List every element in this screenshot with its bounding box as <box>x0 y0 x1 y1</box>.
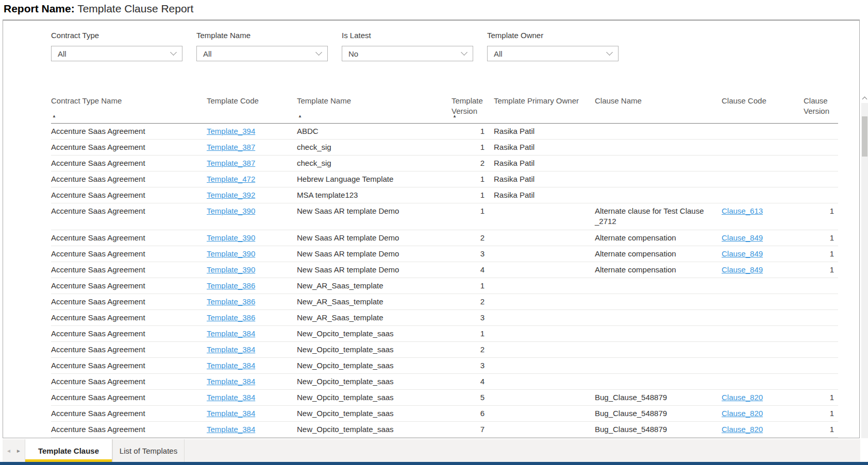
table-row: Accenture Saas AgreementTemplate_390New … <box>51 230 838 246</box>
table-row: Accenture Saas AgreementTemplate_384New_… <box>51 390 838 406</box>
table-cell: New_Opcito_template_saas <box>297 406 452 421</box>
template-code-link[interactable]: Template_386 <box>207 297 255 306</box>
chevron-down-icon <box>315 49 322 56</box>
table-cell <box>799 342 838 357</box>
table-cell: Accenture Saas Agreement <box>51 230 207 246</box>
table-cell: 1 <box>452 187 488 203</box>
table-cell <box>591 140 717 155</box>
clause-code-link[interactable]: Clause_613 <box>722 206 763 215</box>
bottom-accent-bar <box>0 462 868 465</box>
table-cell <box>591 294 717 309</box>
template-code-link[interactable]: Template_390 <box>207 249 255 258</box>
template-code-link[interactable]: Template_384 <box>207 425 255 434</box>
clause-code-link[interactable]: Clause_849 <box>722 233 763 242</box>
template-code-link[interactable]: Template_384 <box>207 409 255 418</box>
template-name-dropdown[interactable]: All <box>196 46 328 61</box>
table-row: Accenture Saas AgreementTemplate_392MSA … <box>51 187 838 203</box>
sort-ascending-icon: ▲ <box>453 111 457 122</box>
column-header-template-name[interactable]: Template Name ▲ <box>297 94 452 123</box>
column-header-clause-name[interactable]: Clause Name <box>591 94 717 123</box>
scrollbar-track[interactable] <box>861 103 868 438</box>
is-latest-dropdown[interactable]: No <box>342 46 473 61</box>
template-code-link[interactable]: Template_392 <box>207 191 255 199</box>
template-code-link[interactable]: Template_384 <box>207 345 255 354</box>
scrollbar-thumb[interactable] <box>862 116 867 157</box>
clause-code-link[interactable]: Clause_849 <box>722 265 763 274</box>
template-code-link[interactable]: Template_390 <box>207 233 255 242</box>
column-header-template-version[interactable]: Template Version ▲ <box>452 94 488 123</box>
column-header-label: Template Name <box>297 96 351 105</box>
table-row: Accenture Saas AgreementTemplate_390New … <box>51 246 838 262</box>
table-cell: New Saas AR template Demo <box>297 246 452 262</box>
template-code-link[interactable]: Template_384 <box>207 329 255 338</box>
template-code-link[interactable]: Template_384 <box>207 377 255 386</box>
table-cell: Accenture Saas Agreement <box>51 390 207 405</box>
table-cell: 3 <box>452 358 488 373</box>
table-cell <box>488 246 591 262</box>
table-cell: Accenture Saas Agreement <box>51 406 207 421</box>
table-cell <box>717 187 799 203</box>
template-code-link[interactable]: Template_390 <box>207 206 255 215</box>
next-tab-icon[interactable]: ► <box>16 448 21 454</box>
table-row: Accenture Saas AgreementTemplate_394ABDC… <box>51 124 838 140</box>
clause-code-link[interactable]: Clause_820 <box>722 393 763 402</box>
vertical-scrollbar[interactable] <box>861 93 868 438</box>
clause-code-link[interactable]: Clause_820 <box>722 409 763 418</box>
sort-ascending-icon: ▲ <box>52 111 56 122</box>
table-cell <box>717 342 799 357</box>
table-row: Accenture Saas AgreementTemplate_386New_… <box>51 310 838 326</box>
table-cell: Template_387 <box>207 140 297 155</box>
table-cell: Rasika Patil <box>488 156 591 171</box>
template-code-link[interactable]: Template_394 <box>207 127 255 135</box>
dropdown-value: All <box>203 49 212 58</box>
contract-type-dropdown[interactable]: All <box>51 46 182 61</box>
tab-list-of-templates[interactable]: List of Templates <box>112 439 185 462</box>
table-cell <box>717 156 799 171</box>
template-code-link[interactable]: Template_390 <box>207 265 255 274</box>
table-cell: Alternate compensation <box>591 246 717 262</box>
template-code-link[interactable]: Template_384 <box>207 393 255 402</box>
template-owner-dropdown[interactable]: All <box>487 46 619 61</box>
table-cell: 1 <box>452 278 488 294</box>
table-cell: 2 <box>452 294 488 309</box>
table-cell: Clause_849 <box>717 246 799 262</box>
column-header-contract-type-name[interactable]: Contract Type Name ▲ <box>51 94 207 123</box>
scroll-up-icon[interactable] <box>861 93 868 103</box>
table-cell <box>717 358 799 373</box>
template-code-link[interactable]: Template_386 <box>207 281 255 290</box>
clause-code-link[interactable]: Clause_820 <box>722 425 763 434</box>
table-cell: Rasika Patil <box>488 140 591 155</box>
dropdown-value: No <box>348 49 358 58</box>
table-cell: Accenture Saas Agreement <box>51 326 207 341</box>
table-cell: Accenture Saas Agreement <box>51 203 207 230</box>
table-cell: New_AR_Saas_template <box>297 278 452 294</box>
table-cell: Template_384 <box>207 374 297 389</box>
table-cell: Accenture Saas Agreement <box>51 278 207 294</box>
table-cell: Hebrew Language Template <box>297 171 452 187</box>
table-cell: New_Opcito_template_saas <box>297 358 452 373</box>
table-cell: ABDC <box>297 124 452 139</box>
table-cell <box>488 294 591 309</box>
table-cell: Accenture Saas Agreement <box>51 171 207 187</box>
template-code-link[interactable]: Template_384 <box>207 361 255 370</box>
table-cell: 1 <box>799 203 838 230</box>
filter-is-latest: Is Latest No <box>342 31 473 61</box>
table-cell: Accenture Saas Agreement <box>51 246 207 262</box>
template-code-link[interactable]: Template_387 <box>207 159 255 167</box>
table-cell: Template_394 <box>207 124 297 139</box>
column-header-clause-version[interactable]: Clause Version <box>799 94 838 123</box>
column-header-template-primary-owner[interactable]: Template Primary Owner <box>488 94 591 123</box>
column-header-template-code[interactable]: Template Code <box>207 94 297 123</box>
report-canvas: Contract Type All Template Name All Is L… <box>3 20 860 438</box>
column-header-clause-code[interactable]: Clause Code <box>717 94 799 123</box>
table-cell <box>799 310 838 325</box>
table-cell: Template_384 <box>207 342 297 357</box>
template-code-link[interactable]: Template_387 <box>207 143 255 151</box>
template-code-link[interactable]: Template_472 <box>207 175 255 183</box>
table-cell: 1 <box>799 230 838 246</box>
previous-tab-icon[interactable]: ◄ <box>6 448 11 454</box>
clause-code-link[interactable]: Clause_849 <box>722 249 763 258</box>
template-code-link[interactable]: Template_386 <box>207 313 255 322</box>
tab-template-clause[interactable]: Template Clause <box>25 439 112 462</box>
table-cell <box>488 278 591 294</box>
